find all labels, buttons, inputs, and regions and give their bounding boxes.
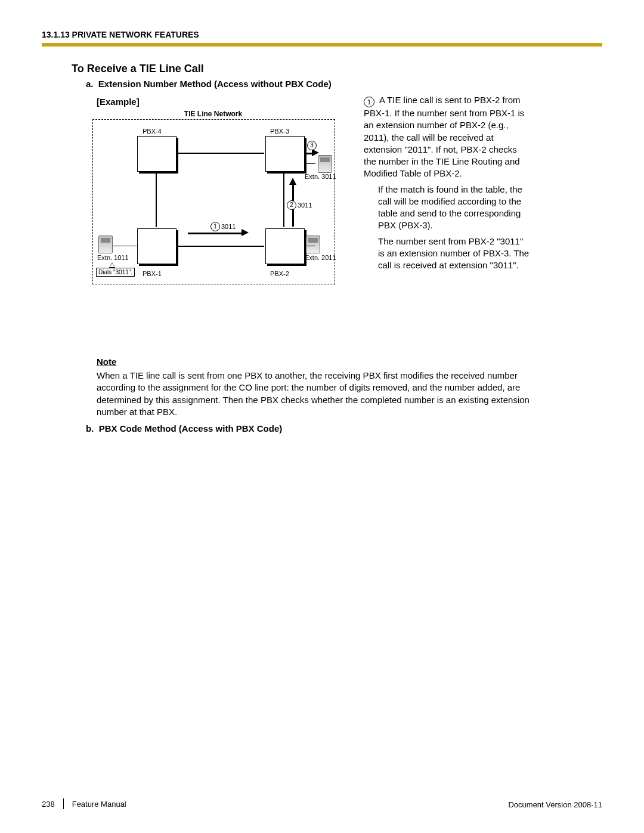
ext-1011-label: Extn. 1011 <box>97 254 129 261</box>
phone-3011-icon <box>318 155 332 173</box>
line-phone-1011 <box>113 246 137 246</box>
arrow1-head <box>242 229 249 236</box>
pbx-3-label: PBX-3 <box>270 128 289 135</box>
page-number: 238 <box>42 800 55 809</box>
dials-box: Dials "3011". <box>96 268 135 277</box>
step2-text: 3011 <box>298 202 312 209</box>
pbx-2-box <box>265 228 305 264</box>
line-phone-3011 <box>305 163 315 164</box>
arrow2-head <box>289 178 296 185</box>
pbx-1-box <box>137 228 177 264</box>
example-label: [Example] <box>97 97 140 107</box>
item-b-title: PBX Code Method (Access with PBX Code) <box>99 423 283 433</box>
phone-1011-icon <box>98 236 113 253</box>
header-section: 13.1.13 PRIVATE NETWORK FEATURES <box>42 30 199 39</box>
manual-name: Feature Manual <box>72 800 126 809</box>
pbx-3-box <box>265 136 305 172</box>
line-bottom <box>177 246 264 247</box>
note-body: When a TIE line call is sent from one PB… <box>97 370 538 418</box>
desc-p2: If the match is found in the table, the … <box>364 184 531 232</box>
phone-2011-icon <box>306 236 320 253</box>
ext-2011-label: Extn. 2011 <box>305 254 336 261</box>
item-a: a. Extension Number Method (Access witho… <box>86 79 332 89</box>
pbx-4-box <box>137 136 177 172</box>
arrow3-head <box>312 149 319 156</box>
pbx-4-label: PBX-4 <box>143 128 162 135</box>
pbx-2-label: PBX-2 <box>270 270 289 277</box>
line-right <box>283 172 284 227</box>
line-top <box>177 153 264 154</box>
step2-circle: 2 <box>287 200 296 210</box>
step3-circle: 3 <box>307 141 317 150</box>
tie-line-diagram: TIE Line Network PBX-4 PBX-3 PBX-1 PBX-2… <box>92 113 337 286</box>
ext-3011-label: Extn. 3011 <box>305 173 336 180</box>
pbx-1-label: PBX-1 <box>143 270 162 277</box>
item-b: b. PBX Code Method (Access with PBX Code… <box>86 423 282 433</box>
dials-spike <box>109 262 115 268</box>
item-a-prefix: a. <box>86 79 94 89</box>
description-block: 1A TIE line call is sent to PBX-2 from P… <box>364 94 531 275</box>
footer-left: 238 Feature Manual <box>42 798 126 809</box>
line-left <box>156 172 157 227</box>
footer-divider <box>63 798 64 809</box>
desc-p1: A TIE line call is sent to PBX-2 from PB… <box>364 95 524 178</box>
item-a-title: Extension Number Method (Access without … <box>98 79 332 89</box>
note-label: Note <box>97 357 116 367</box>
item-b-prefix: b. <box>86 423 94 433</box>
diagram-title: TIE Line Network <box>92 110 334 118</box>
header-rule <box>42 43 602 47</box>
footer-right: Document Version 2008-11 <box>508 800 602 809</box>
step1-circle: 1 <box>210 222 220 231</box>
desc-p3: The number sent from PBX-2 "3011" is an … <box>364 236 531 272</box>
desc-step-1-icon: 1 <box>364 97 374 107</box>
page-heading: To Receive a TIE Line Call <box>72 63 204 75</box>
step1-text: 3011 <box>221 223 236 230</box>
arrow1-shaft <box>188 233 242 234</box>
line-phone-2011 <box>305 246 315 246</box>
